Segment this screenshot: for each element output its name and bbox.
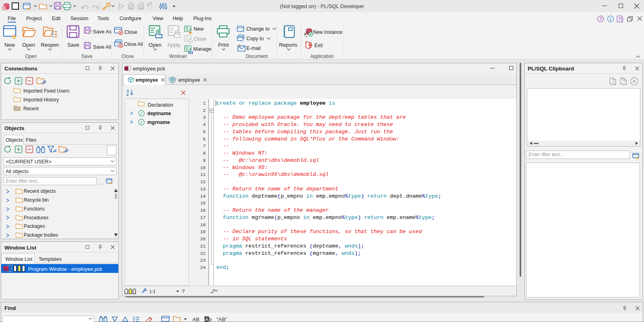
svg-text:F: F	[140, 111, 143, 116]
svg-text:i: i	[610, 17, 611, 22]
svg-text:?: ?	[599, 17, 602, 21]
svg-text:Z: Z	[126, 92, 129, 96]
svg-text:?: ?	[618, 17, 621, 21]
svg-text:F: F	[140, 120, 143, 125]
